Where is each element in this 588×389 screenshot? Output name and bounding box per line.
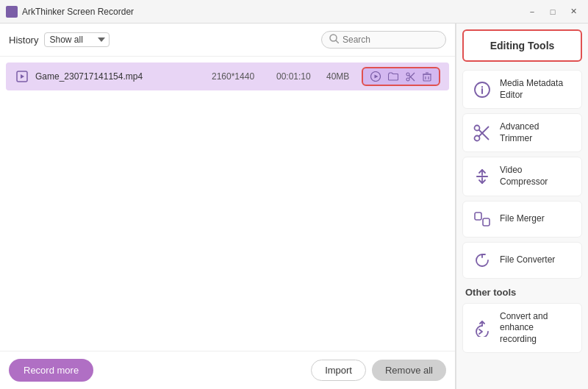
delete-button[interactable]	[421, 71, 433, 82]
search-box	[321, 31, 446, 49]
advanced-trimmer-label: AdvancedTrimmer	[500, 121, 539, 144]
file-list: Game_230717141154.mp4 2160*1440 00:01:10…	[0, 57, 455, 351]
main-content: History Show all Video Audio Screenshot	[0, 24, 588, 389]
svg-point-18	[475, 125, 480, 130]
search-input[interactable]	[343, 35, 438, 45]
maximize-button[interactable]: □	[544, 4, 562, 19]
right-panel: Editing Tools Media MetadataEditor	[456, 24, 588, 389]
bottom-right: Import Remove all	[311, 360, 446, 381]
media-metadata-icon	[472, 79, 492, 100]
svg-marker-5	[375, 75, 379, 79]
file-size: 40MB	[326, 71, 356, 82]
title-bar-left: ArkThinker Screen Recorder	[6, 6, 134, 18]
editing-tools-title: Editing Tools	[490, 40, 555, 51]
file-type-icon	[15, 69, 29, 84]
history-left: History Show all Video Audio Screenshot	[9, 32, 110, 47]
convert-enhance-label: Convert andenhance recording	[500, 311, 573, 346]
svg-rect-23	[475, 213, 481, 220]
history-label: History	[9, 35, 38, 46]
svg-marker-3	[21, 74, 24, 79]
editing-tools-header: Editing Tools	[462, 29, 582, 62]
file-actions	[362, 67, 440, 86]
play-button[interactable]	[369, 71, 382, 82]
svg-line-8	[409, 75, 415, 81]
file-resolution: 2160*1440	[212, 71, 270, 82]
left-panel: History Show all Video Audio Screenshot	[0, 24, 456, 389]
file-name: Game_230717141154.mp4	[35, 71, 206, 82]
file-duration: 00:01:10	[276, 71, 320, 82]
svg-line-1	[336, 40, 339, 43]
advanced-trimmer-icon	[472, 123, 492, 143]
show-all-select[interactable]: Show all Video Audio Screenshot	[44, 32, 110, 47]
svg-rect-10	[423, 74, 431, 81]
app-icon	[6, 6, 18, 18]
tool-file-converter[interactable]: File Converter	[462, 242, 582, 279]
tool-file-merger[interactable]: File Merger	[462, 201, 582, 238]
bottom-bar: Record more Import Remove all	[0, 351, 455, 389]
tool-video-compressor[interactable]: VideoCompressor	[462, 157, 582, 196]
history-bar: History Show all Video Audio Screenshot	[0, 24, 455, 57]
svg-point-19	[475, 135, 480, 140]
folder-button[interactable]	[387, 71, 400, 82]
trim-button[interactable]	[404, 71, 417, 82]
svg-point-7	[406, 78, 409, 81]
video-compressor-label: VideoCompressor	[500, 165, 548, 188]
tool-media-metadata-editor[interactable]: Media MetadataEditor	[462, 70, 582, 109]
tool-advanced-trimmer[interactable]: AdvancedTrimmer	[462, 113, 582, 152]
file-merger-icon	[472, 209, 492, 229]
title-bar: ArkThinker Screen Recorder − □ ✕	[0, 0, 588, 24]
record-more-button[interactable]: Record more	[9, 359, 93, 382]
convert-enhance-icon	[472, 318, 492, 338]
file-converter-icon	[472, 250, 492, 271]
table-row: Game_230717141154.mp4 2160*1440 00:01:10…	[6, 63, 449, 90]
file-converter-label: File Converter	[500, 254, 555, 266]
svg-rect-24	[483, 218, 490, 226]
app-title: ArkThinker Screen Recorder	[22, 7, 134, 17]
remove-all-button[interactable]: Remove all	[372, 360, 446, 381]
media-metadata-label: Media MetadataEditor	[500, 78, 563, 101]
file-merger-label: File Merger	[500, 213, 545, 225]
svg-line-9	[409, 73, 415, 79]
import-button[interactable]: Import	[311, 360, 366, 381]
other-tools-section-label: Other tools	[456, 281, 588, 301]
svg-point-6	[406, 73, 409, 76]
close-button[interactable]: ✕	[564, 4, 582, 19]
window-controls: − □ ✕	[523, 4, 582, 19]
video-compressor-icon	[472, 166, 492, 187]
tool-convert-enhance[interactable]: Convert andenhance recording	[462, 303, 582, 354]
minimize-button[interactable]: −	[523, 4, 541, 19]
search-icon	[329, 34, 339, 46]
